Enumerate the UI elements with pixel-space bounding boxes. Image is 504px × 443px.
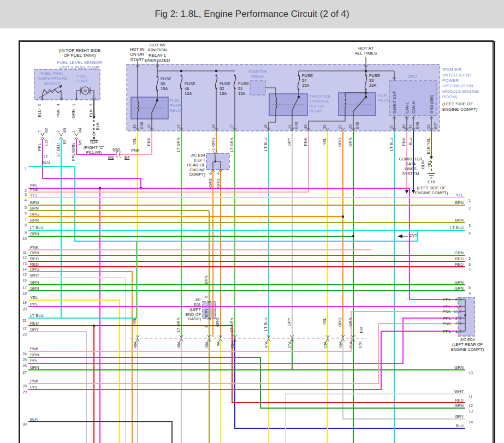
row-color: GRN: [30, 365, 39, 370]
jc-e01-name: J/C E01 (LEFT END OF DASH): [177, 298, 201, 322]
pin-number: 45: [133, 124, 137, 129]
pin-number: 14: [176, 124, 180, 129]
row-number: 19: [22, 301, 27, 304]
wire-color-label: YEL: [427, 160, 432, 167]
row-color: GRN: [30, 231, 39, 236]
computer-data-lines-label: COMPUTER DATA LINES SYSTEM: [395, 157, 426, 176]
wire-color-label: GRN: [348, 137, 353, 147]
row-number: 8: [469, 286, 471, 290]
row-number: 4: [25, 198, 27, 202]
pin-number: 6: [455, 305, 458, 309]
pin-number: 31: [338, 124, 342, 129]
wire-color-label: ORG: [337, 318, 342, 327]
connector-name: E5: [63, 140, 67, 145]
junction-dot: [215, 70, 217, 72]
junction-dot: [365, 70, 367, 72]
pin-number: 1: [72, 130, 75, 133]
row-color: RED: [30, 321, 39, 326]
wire-color-label: PNK: [303, 137, 308, 146]
row-number: 3: [25, 193, 27, 196]
wire-color-label: BLU: [408, 137, 413, 146]
fuse-52-label: FUSE 52 15A: [220, 82, 236, 97]
fuse-46-label: FUSE 46 10A: [185, 82, 201, 97]
row-number: 13: [469, 409, 473, 413]
pin-number: 10: [147, 124, 151, 129]
connector-93g-label: 93G: [106, 148, 120, 153]
row-color: BRN: [30, 200, 39, 205]
connector-name: E64: [359, 326, 363, 333]
pin-number: 9A: [216, 342, 220, 346]
pin-number: 21A: [349, 342, 353, 349]
junction-dot: [180, 70, 182, 72]
row-color: GRN: [30, 352, 39, 357]
row-color: PNK: [30, 187, 38, 192]
pin-number: 45A: [205, 342, 209, 349]
junction-dot: [93, 137, 95, 139]
motor-letter: M: [84, 89, 87, 93]
row-number: 9: [469, 292, 471, 296]
row-number: 7: [25, 217, 27, 221]
wire-color-label: BRN: [204, 309, 209, 318]
ipdm-location-note: (LEFT SIDE OF ENGINE COMPT): [442, 101, 494, 112]
row-color: PNK: [30, 245, 38, 250]
row-number: 13: [22, 262, 27, 266]
wiring-diagram-page: Fig 2: 1.8L, Engine Performance Circuit …: [0, 0, 504, 443]
cpu-label: CPU: [403, 74, 422, 79]
row-color: GRN: [30, 280, 39, 285]
ecm-relay-label: ECM RELAY: [378, 93, 396, 103]
junction-dot: [93, 325, 95, 327]
wire-color-label: LT BLU: [263, 137, 268, 151]
junction-dot: [342, 215, 344, 218]
wire-color-label: PPL: [37, 143, 42, 151]
ground-e15-note: (LEFT SIDE OF ENGINE COMPT): [406, 186, 456, 196]
ground-b34-label: B34: [82, 140, 106, 145]
wire-color-label: PNK: [146, 137, 151, 146]
row-color: WHT: [454, 389, 464, 394]
row-color: GRY: [455, 414, 464, 419]
pin-number: 9: [455, 322, 458, 326]
row-number: 10: [469, 371, 473, 375]
pin-connector: E45: [355, 122, 359, 129]
row-color: PNK: [30, 379, 38, 384]
pin-number: 10: [453, 310, 458, 314]
fuel-tank-temp-sensor-label: FUEL TANK TEMPERATURE SENSOR: [34, 71, 70, 86]
pin-number: 17: [230, 124, 234, 129]
row-number: 5: [25, 206, 27, 209]
row-color: BRN: [455, 200, 464, 205]
wire-color-label: PPL: [443, 304, 451, 309]
row-number: 30: [22, 422, 27, 426]
wire-color-label: ORG: [211, 137, 216, 147]
row-color: PPL: [30, 385, 38, 390]
junction-dot: [214, 160, 216, 163]
wire-color-label: ORG: [337, 137, 342, 147]
wire-row-29: [28, 331, 458, 390]
pin-number: 47A: [264, 342, 268, 349]
pin-number: 3: [204, 326, 208, 328]
wire-color-label: ORG: [215, 318, 220, 327]
wire-color-label: PPL/GRN: [71, 143, 76, 161]
row-color: LT BLU: [30, 313, 44, 318]
row-color: ORG: [30, 267, 39, 272]
pin-number: 1: [455, 330, 458, 333]
row-color: GRN: [30, 286, 39, 291]
pin-number: 32: [323, 124, 327, 129]
row-number: 21: [22, 319, 27, 322]
wire-color-label: PNK: [443, 309, 451, 314]
pin-arrow-icon: [92, 134, 96, 136]
wire-color-label: LT BLU: [56, 143, 61, 157]
pin-number: 3: [89, 104, 93, 106]
row-number: 6: [25, 211, 27, 215]
connector-name: B3: [63, 128, 67, 133]
pin-number: 16: [264, 124, 268, 129]
wire-color-label: LT GRN: [229, 318, 234, 332]
row-number: 27: [22, 370, 27, 374]
wire-color-label: GRY: [287, 318, 292, 326]
row-number: 9: [25, 231, 27, 235]
wire-row-28: [28, 324, 458, 384]
row-color: BLU: [455, 423, 464, 428]
pin-arrow-icon: [41, 133, 44, 136]
wire-color-label: PPL: [443, 316, 451, 321]
row-number: 18: [22, 291, 27, 295]
wire-color-label: YEL: [132, 318, 137, 325]
pin-number: 2: [455, 316, 458, 320]
